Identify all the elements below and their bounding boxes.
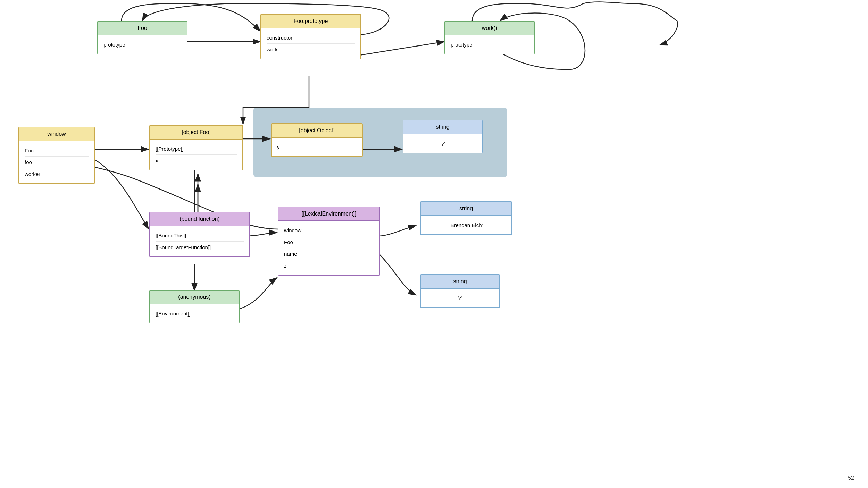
anonymous-box: (anonymous) [[Environment]] bbox=[149, 290, 240, 323]
string-brendan-value-row: 'Brendan Eich' bbox=[426, 219, 506, 231]
lexical-env-box: [[LexicalEnvironment]] window Foo name z bbox=[278, 207, 380, 276]
work-box: work() prototype bbox=[444, 21, 535, 54]
anonymous-title: (anonymous) bbox=[149, 290, 240, 304]
diagram-container: Foo prototype Foo.prototype constructor … bbox=[0, 0, 868, 488]
work-prototype-row: prototype bbox=[451, 39, 528, 50]
lexical-env-title: [[LexicalEnvironment]] bbox=[278, 207, 380, 221]
string-z-title: string bbox=[420, 274, 500, 289]
string-z-box: string 'z' bbox=[420, 274, 500, 308]
string-y-title: string bbox=[403, 120, 483, 134]
object-object-title: [object Object] bbox=[271, 123, 363, 138]
bound-function-box: (bound function) [[BoundThis]] [[BoundTa… bbox=[149, 212, 250, 257]
foo-prototype-box: Foo.prototype constructor work bbox=[260, 14, 361, 59]
lexical-z-row: z bbox=[284, 260, 374, 271]
string-brendan-box: string 'Brendan Eich' bbox=[420, 201, 512, 235]
foo-prototype-row: prototype bbox=[103, 39, 181, 50]
foo-box-title: Foo bbox=[97, 21, 187, 35]
lexical-name-row: name bbox=[284, 248, 374, 260]
window-worker-row: worker bbox=[25, 168, 89, 180]
bound-target-row: [[BoundTargetFunction]] bbox=[156, 241, 244, 253]
object-object-y-row: y bbox=[277, 141, 357, 153]
page-number: 52 bbox=[848, 475, 854, 481]
foo-prototype-work-row: work bbox=[267, 43, 355, 55]
foo-box: Foo prototype bbox=[97, 21, 187, 54]
window-title: window bbox=[18, 127, 95, 141]
bound-function-title: (bound function) bbox=[149, 212, 250, 226]
object-object-box: [object Object] y bbox=[271, 123, 363, 157]
lexical-window-row: window bbox=[284, 225, 374, 236]
string-y-box: string 'y' bbox=[403, 120, 483, 153]
arrows-svg bbox=[0, 0, 868, 488]
anonymous-env-row: [[Environment]] bbox=[156, 308, 233, 319]
foo-prototype-constructor-row: constructor bbox=[267, 32, 355, 43]
string-y-value-row: 'y' bbox=[409, 138, 476, 149]
object-foo-prototype-row: [[Prototype]] bbox=[156, 143, 237, 154]
string-brendan-title: string bbox=[420, 201, 512, 216]
window-box: window Foo foo worker bbox=[18, 127, 95, 184]
work-title: work() bbox=[444, 21, 535, 35]
foo-prototype-title: Foo.prototype bbox=[260, 14, 361, 28]
object-foo-title: [object Foo] bbox=[149, 125, 243, 140]
object-foo-x-row: x bbox=[156, 154, 237, 166]
object-foo-box: [object Foo] [[Prototype]] x bbox=[149, 125, 243, 170]
bound-this-row: [[BoundThis]] bbox=[156, 230, 244, 241]
string-z-value-row: 'z' bbox=[426, 292, 494, 304]
lexical-foo-row: Foo bbox=[284, 236, 374, 248]
window-foo-row: Foo bbox=[25, 145, 89, 156]
window-foo2-row: foo bbox=[25, 156, 89, 168]
